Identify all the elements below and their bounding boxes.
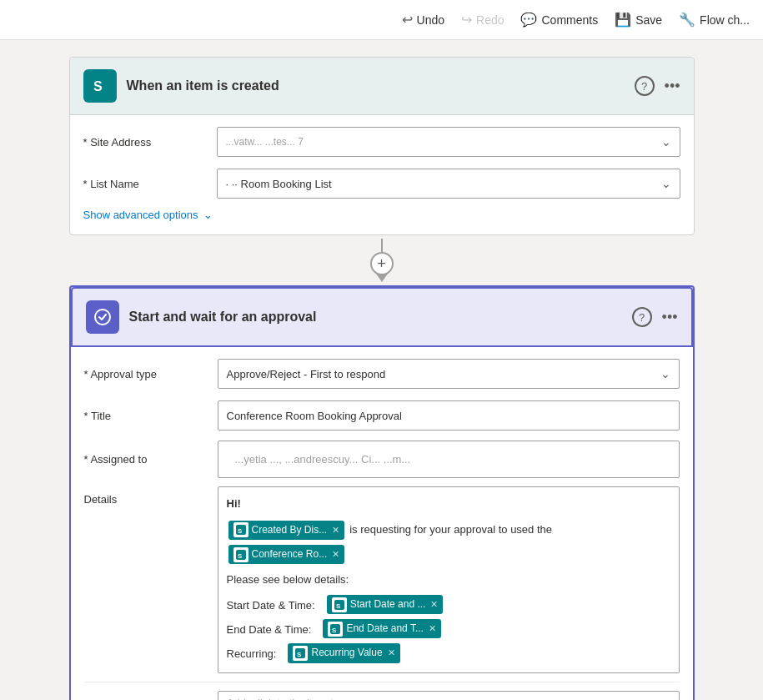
comments-button[interactable]: 💬 Comments: [520, 12, 598, 28]
svg-text:S: S: [297, 651, 302, 658]
svg-text:S: S: [238, 527, 243, 535]
flow-checker-button[interactable]: 🔧 Flow ch...: [679, 12, 750, 28]
svg-text:S: S: [238, 552, 243, 560]
approval-card-actions: ? •••: [632, 307, 678, 327]
assigned-to-control[interactable]: ...yetia ..., ...andreescuy... Ci... ...…: [218, 441, 680, 478]
title-control[interactable]: [218, 400, 680, 431]
list-name-control[interactable]: · ·· Room Booking List ⌄: [217, 169, 680, 199]
approval-more-button[interactable]: •••: [662, 309, 678, 326]
chip-sharepoint-icon-3: S: [332, 597, 347, 612]
flow-checker-label: Flow ch...: [700, 13, 750, 27]
title-row: * Title: [84, 399, 680, 432]
approval-help-button[interactable]: ?: [632, 307, 652, 327]
details-row: Details Hi! S: [84, 486, 680, 673]
comments-label: Comments: [541, 13, 598, 27]
recurring-chip-label: Recurring Value: [311, 645, 382, 661]
connector-line-top: [381, 239, 383, 252]
trigger-card: S When an item is created ? ••• * Site A…: [69, 57, 695, 235]
trigger-help-button[interactable]: ?: [635, 76, 655, 96]
assigned-to-value: ...yetia ..., ...andreescuy... Ci... ...…: [227, 446, 419, 472]
approval-card-body: * Approval type Approve/Reject - First t…: [71, 347, 693, 700]
end-date-chip-label: End Date and T...: [346, 621, 424, 637]
advanced-options-link[interactable]: Show advanced options ⌄: [83, 209, 680, 221]
is-requesting-text: is requesting for your approval to used …: [349, 521, 552, 539]
item-link-control[interactable]: Add a link to the item to approve...: [218, 691, 680, 700]
svg-text:S: S: [332, 627, 337, 634]
details-line-2: S Conference Ro... ✕: [227, 544, 670, 565]
chip-sharepoint-icon-4: S: [328, 622, 343, 637]
created-by-chip-close[interactable]: ✕: [332, 523, 339, 538]
undo-button[interactable]: ↩ Undo: [402, 12, 444, 28]
recurring-label: Recurring:: [227, 646, 277, 663]
approval-card: Start and wait for an approval ? ••• * A…: [69, 285, 695, 700]
recurring-chip[interactable]: S Recurring Value ✕: [288, 643, 399, 662]
undo-icon: ↩: [402, 12, 413, 28]
plus-symbol: +: [377, 255, 386, 273]
save-icon: 💾: [615, 12, 631, 28]
svg-text:S: S: [336, 602, 341, 610]
title-label: * Title: [84, 410, 218, 422]
end-date-label: End Date & Time:: [227, 622, 312, 639]
save-label: Save: [635, 13, 662, 27]
approval-card-title: Start and wait for an approval: [129, 310, 632, 325]
advanced-options-chevron: ⌄: [203, 209, 213, 221]
list-name-dropdown[interactable]: · ·· Room Booking List ⌄: [217, 169, 680, 199]
created-by-chip-label: Created By Dis...: [252, 522, 328, 538]
chip-sharepoint-icon-5: S: [293, 646, 308, 661]
approval-type-label: * Approval type: [84, 368, 218, 380]
add-step-button[interactable]: +: [370, 252, 394, 275]
connector: +: [370, 239, 394, 282]
save-button[interactable]: 💾 Save: [615, 12, 662, 28]
site-address-row: * Site Address ...vatw... ...tes... 7 ⌄: [83, 125, 680, 159]
hi-text: Hi!: [227, 496, 670, 513]
undo-label: Undo: [417, 13, 444, 27]
end-date-chip-close[interactable]: ✕: [429, 622, 436, 637]
end-date-row: End Date & Time: S End Date and T... ✕: [227, 618, 670, 639]
conference-ro-chip[interactable]: S Conference Ro... ✕: [228, 545, 345, 564]
list-name-label: * List Name: [83, 178, 217, 190]
start-date-chip-close[interactable]: ✕: [430, 597, 438, 612]
conference-ro-chip-close[interactable]: ✕: [332, 547, 339, 562]
chip-sharepoint-icon-2: S: [233, 547, 248, 562]
approval-icon: [86, 300, 119, 334]
site-address-arrow: ⌄: [661, 135, 671, 149]
svg-text:S: S: [93, 79, 103, 93]
main-content: S When an item is created ? ••• * Site A…: [0, 40, 763, 700]
advanced-options-row: Show advanced options ⌄: [83, 209, 680, 221]
approval-type-dropdown[interactable]: Approve/Reject - First to respond ⌄: [218, 359, 680, 389]
item-link-placeholder-text: Add a link to the item to approve...: [227, 697, 391, 700]
details-box[interactable]: Hi! S Created By Dis...: [218, 486, 680, 673]
end-date-chip[interactable]: S End Date and T... ✕: [323, 619, 441, 638]
created-by-chip[interactable]: S Created By Dis... ✕: [228, 521, 345, 540]
flow-checker-icon: 🔧: [679, 12, 695, 28]
details-control[interactable]: Hi! S Created By Dis...: [218, 486, 680, 673]
chip-sharepoint-icon-1: S: [233, 522, 248, 537]
trigger-card-body: * Site Address ...vatw... ...tes... 7 ⌄ …: [70, 115, 694, 234]
start-date-chip-label: Start Date and ...: [350, 597, 426, 612]
start-date-chip[interactable]: S Start Date and ... ✕: [327, 595, 444, 614]
approval-type-control[interactable]: Approve/Reject - First to respond ⌄: [218, 359, 680, 389]
conference-ro-chip-label: Conference Ro...: [252, 546, 328, 562]
site-address-label: * Site Address: [83, 136, 217, 149]
list-name-value: · ·· Room Booking List: [226, 178, 332, 190]
please-see-text: Please see below details:: [227, 572, 670, 589]
item-link-input[interactable]: Add a link to the item to approve...: [218, 691, 680, 700]
title-input[interactable]: [218, 400, 680, 431]
assigned-to-field[interactable]: ...yetia ..., ...andreescuy... Ci... ...…: [218, 441, 680, 478]
sharepoint-icon: S: [83, 69, 117, 103]
advanced-options-label: Show advanced options: [83, 209, 198, 221]
trigger-card-actions: ? •••: [635, 76, 680, 96]
redo-icon: ↪: [461, 12, 472, 28]
site-address-dropdown[interactable]: ...vatw... ...tes... 7 ⌄: [217, 127, 680, 157]
item-link-row: Item link Add a link to the item to appr…: [84, 682, 680, 700]
trigger-more-button[interactable]: •••: [665, 78, 680, 95]
recurring-row: Recurring: S Recurring Value ✕: [227, 642, 670, 663]
recurring-chip-close[interactable]: ✕: [388, 646, 395, 661]
approval-type-arrow: ⌄: [660, 367, 670, 380]
approval-type-row: * Approval type Approve/Reject - First t…: [84, 357, 680, 390]
details-line-1: S Created By Dis... ✕ is requesting for …: [227, 520, 670, 541]
site-address-control[interactable]: ...vatw... ...tes... 7 ⌄: [217, 127, 680, 157]
trigger-card-header: S When an item is created ? •••: [70, 58, 694, 115]
list-name-row: * List Name · ·· Room Booking List ⌄: [83, 167, 680, 200]
redo-button[interactable]: ↪ Redo: [461, 12, 504, 28]
